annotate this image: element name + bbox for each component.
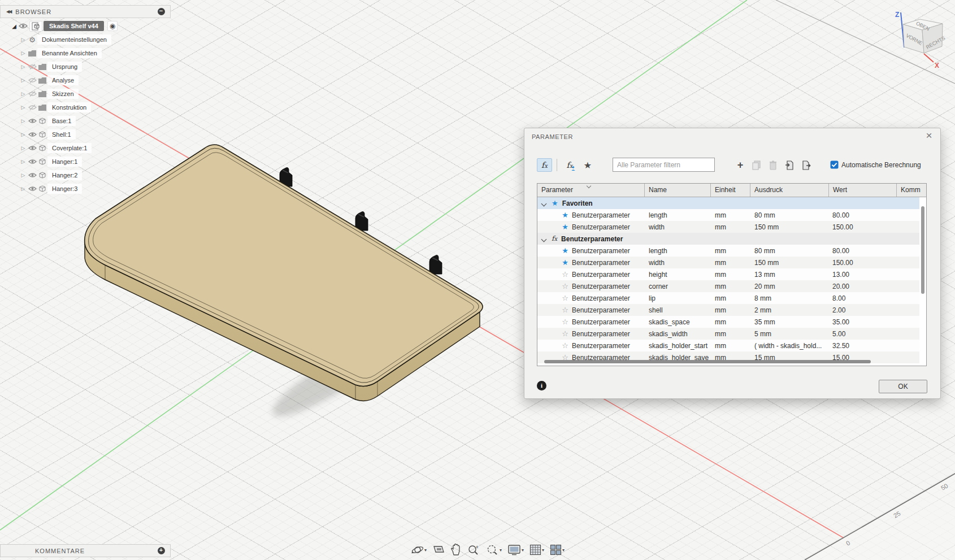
parameter-name[interactable]: skadis_width — [645, 330, 711, 338]
browser-item-analyse[interactable]: ▷ Analyse — [0, 74, 79, 86]
eye-icon[interactable] — [27, 131, 37, 138]
browser-item-ursprung[interactable]: ▷ Ursprung — [0, 60, 82, 73]
browser-item-dokumenteinstellungen[interactable]: ▷ ⚙ Dokumenteinstellungen — [0, 33, 111, 46]
parameter-expression[interactable]: 2 mm — [750, 306, 829, 314]
favorite-star-icon[interactable]: ☆ — [561, 306, 569, 314]
column-header-einheit[interactable]: Einheit — [711, 184, 750, 197]
zoom-button[interactable]: ± — [466, 542, 481, 557]
delete-parameter-button[interactable] — [765, 158, 781, 172]
expand-arrow-icon[interactable]: ◢ — [10, 23, 18, 29]
browser-root-row[interactable]: ◢ Skadis Shelf v44 ◉ — [0, 20, 118, 32]
parameter-expression[interactable]: 80 mm — [750, 247, 829, 255]
favorite-star-icon[interactable]: ☆ — [561, 283, 569, 290]
column-header-kommentar[interactable]: Komm — [897, 184, 926, 197]
auto-compute-label[interactable]: Automatische Berechnung — [841, 161, 921, 169]
parameter-unit[interactable]: mm — [711, 294, 750, 302]
expand-arrow-icon[interactable]: ▷ — [19, 37, 27, 42]
parameter-unit[interactable]: mm — [711, 223, 750, 231]
favorite-star-icon[interactable]: ☆ — [561, 342, 569, 349]
parameter-name[interactable]: lip — [645, 294, 711, 302]
parameter-unit[interactable]: mm — [711, 247, 750, 255]
parameter-row-length-fav[interactable]: ★Benutzerparameter length mm 80 mm 80.00 — [537, 209, 919, 221]
browser-item-label[interactable]: Analyse — [47, 75, 79, 85]
activate-component-radio[interactable]: ◉ — [107, 21, 118, 31]
parameter-row-skadis-space[interactable]: ☆Benutzerparameter skadis_space mm 35 mm… — [537, 316, 919, 328]
browser-item-label[interactable]: Hanger:2 — [47, 170, 82, 180]
eye-off-icon[interactable] — [27, 77, 37, 84]
grid-settings-button[interactable]: ▾ — [528, 543, 545, 557]
parameter-expression[interactable]: 5 mm — [750, 330, 829, 338]
eye-icon[interactable] — [27, 118, 37, 124]
expand-arrow-icon[interactable]: ▷ — [19, 132, 27, 137]
comments-panel-header[interactable]: KOMMENTARE + — [0, 544, 171, 557]
expand-arrow-icon[interactable]: ▷ — [19, 77, 27, 83]
vertical-scrollbar[interactable] — [921, 199, 925, 364]
chevron-down-icon[interactable]: ▾ — [424, 548, 427, 553]
parameter-row-height[interactable]: ☆Benutzerparameter height mm 13 mm 13.00 — [537, 268, 919, 280]
collapse-panel-icon[interactable]: ◀◀ — [6, 9, 11, 14]
add-parameter-button[interactable]: + — [732, 158, 748, 172]
parameter-filter-input[interactable] — [613, 158, 715, 172]
column-header-wert[interactable]: Wert — [829, 184, 897, 197]
chevron-down-icon[interactable]: ▾ — [500, 548, 502, 553]
browser-item-label[interactable]: Dokumenteinstellungen — [37, 34, 111, 45]
expand-arrow-icon[interactable]: ▷ — [19, 186, 27, 192]
favorite-star-icon[interactable]: ★ — [561, 247, 569, 254]
parameter-name[interactable]: length — [645, 247, 711, 255]
group-row-benutzerparameter[interactable]: fx Benutzerparameter — [537, 233, 919, 245]
parameter-unit[interactable]: mm — [711, 211, 750, 219]
browser-item-label[interactable]: Benannte Ansichten — [37, 48, 102, 58]
root-component-label[interactable]: Skadis Shelf v44 — [44, 21, 104, 31]
browser-item-label[interactable]: Ursprung — [47, 62, 82, 72]
expand-arrow-icon[interactable]: ▷ — [19, 159, 27, 164]
parameter-unit[interactable]: mm — [711, 330, 750, 338]
browser-item-benannte-ansichten[interactable]: ▷ Benannte Ansichten — [0, 47, 102, 59]
column-header-ausdruck[interactable]: Ausdruck — [750, 184, 829, 197]
parameter-expression[interactable]: 80 mm — [750, 211, 829, 219]
chevron-down-icon[interactable] — [542, 237, 546, 241]
browser-minimize-icon[interactable]: − — [158, 8, 165, 15]
zoom-window-button[interactable]: ▾ — [484, 542, 503, 557]
hanger-tab-3[interactable] — [429, 255, 442, 274]
parameter-expression[interactable]: 150 mm — [750, 223, 829, 231]
scrollbar-thumb[interactable] — [921, 206, 924, 294]
parameter-unit[interactable]: mm — [711, 283, 750, 290]
parameter-row-length[interactable]: ★Benutzerparameter length mm 80 mm 80.00 — [537, 245, 919, 257]
parameter-expression[interactable]: 35 mm — [750, 318, 829, 326]
parameter-name[interactable]: width — [645, 259, 711, 267]
parameter-expression[interactable]: 8 mm — [750, 294, 829, 302]
chevron-down-icon[interactable]: ▾ — [542, 548, 544, 553]
export-csv-button[interactable] — [798, 158, 814, 172]
eye-icon[interactable] — [18, 23, 28, 29]
expand-arrow-icon[interactable]: ▷ — [19, 172, 27, 178]
expand-arrow-icon[interactable]: ▷ — [19, 50, 27, 56]
parameter-name[interactable]: corner — [645, 283, 711, 290]
favorite-star-icon[interactable]: ☆ — [561, 330, 569, 337]
expand-arrow-icon[interactable]: ▷ — [19, 105, 27, 110]
expand-arrow-icon[interactable]: ▷ — [19, 145, 27, 151]
browser-item-label[interactable]: Base:1 — [47, 116, 76, 126]
browser-item-skizzen[interactable]: ▷ Skizzen — [0, 88, 79, 100]
browser-item-label[interactable]: Hanger:1 — [47, 157, 82, 167]
parameter-unit[interactable]: mm — [711, 259, 750, 267]
group-row-favoriten[interactable]: ★ Favoriten — [537, 197, 919, 209]
parameter-name[interactable]: skadis_holder_start — [645, 342, 711, 350]
eye-icon[interactable] — [27, 145, 37, 151]
parameter-row-width-fav[interactable]: ★Benutzerparameter width mm 150 mm 150.0… — [537, 221, 919, 233]
viewports-button[interactable]: ▾ — [549, 543, 566, 557]
expand-arrow-icon[interactable]: ▷ — [19, 91, 27, 97]
parameter-expression[interactable]: ( width - skadis_hold... — [750, 342, 829, 350]
parameter-expression[interactable]: 150 mm — [750, 259, 829, 267]
parameter-name[interactable]: length — [645, 211, 711, 219]
browser-item-base[interactable]: ▷ Base:1 — [0, 115, 76, 127]
eye-off-icon[interactable] — [27, 104, 37, 111]
import-csv-button[interactable] — [782, 158, 797, 172]
browser-item-hanger-3[interactable]: ▷ Hanger:3 — [0, 183, 82, 195]
chevron-down-icon[interactable]: ▾ — [522, 548, 524, 553]
browser-item-hanger-2[interactable]: ▷ Hanger:2 — [0, 169, 82, 181]
eye-off-icon[interactable] — [27, 90, 37, 97]
user-parameter-filter-button[interactable]: fx — [537, 158, 552, 172]
parameter-name[interactable]: width — [645, 223, 711, 231]
parameter-unit[interactable]: mm — [711, 342, 750, 350]
browser-item-label[interactable]: Hanger:3 — [47, 184, 82, 194]
